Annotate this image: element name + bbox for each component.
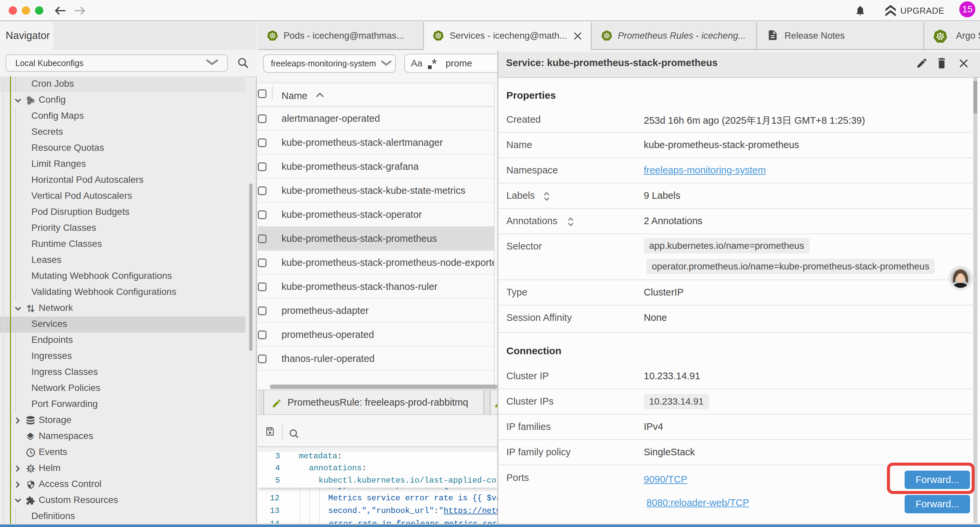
svg-text:HELM: HELM	[27, 468, 34, 470]
